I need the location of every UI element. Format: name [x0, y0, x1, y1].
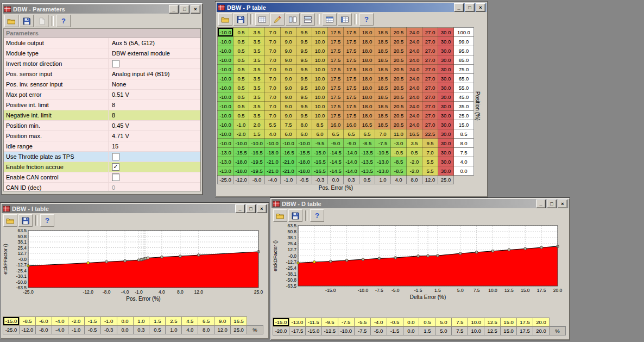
p-table-cell[interactable]: 17.5 [344, 92, 359, 102]
save-button[interactable] [20, 15, 34, 27]
p-table-cell[interactable]: -10.0 [218, 74, 233, 83]
p-table-cell[interactable]: 30.0 [438, 74, 454, 83]
p-table-cell[interactable]: 27.0 [422, 120, 438, 129]
p-table-cell[interactable]: -2.0 [233, 129, 249, 139]
maximize-button[interactable]: □ [547, 200, 557, 208]
p-table-cell[interactable]: 24.0 [407, 65, 422, 74]
p-table-cell[interactable]: 17.5 [328, 83, 344, 92]
p-table-cell[interactable]: 17.5 [328, 28, 344, 37]
p-table-cell[interactable]: 10.0 [312, 83, 328, 92]
p-table-cell[interactable]: -15.0 [312, 148, 328, 157]
p-table-cell[interactable]: 5.5 [422, 166, 438, 176]
p-table-cell[interactable]: -13.5 [359, 157, 375, 166]
p-table-cell[interactable]: 18.5 [375, 111, 391, 120]
table-value-cell[interactable]: 5.0 [435, 318, 452, 327]
p-table-cell[interactable]: -16.5 [281, 148, 296, 157]
p-table-cell[interactable]: 20.5 [391, 37, 407, 46]
p-table-cell[interactable]: 2.0 [249, 120, 265, 129]
p-table-cell[interactable]: -13.5 [359, 166, 375, 176]
p-table-cell[interactable]: 3.5 [249, 92, 265, 102]
p-table-cell[interactable]: 9.5 [296, 37, 312, 46]
p-table-cell[interactable]: 30.0 [438, 166, 454, 176]
parameter-value[interactable]: None [109, 79, 200, 89]
p-table-cell[interactable]: 30.0 [438, 129, 454, 139]
p-table-cell[interactable]: -16.5 [312, 157, 328, 166]
p-table-cell[interactable]: 10.0 [312, 46, 328, 55]
parameter-checkbox[interactable]: ✓ [112, 163, 119, 171]
p-table-cell[interactable]: -10.0 [218, 46, 233, 55]
p-table-cell[interactable]: 20.5 [391, 111, 407, 120]
table-value-cell[interactable]: -0.5 [387, 318, 403, 327]
p-table-cell[interactable]: 27.0 [422, 28, 438, 37]
p-table-cell[interactable]: 9.0 [281, 83, 296, 92]
p-table-cell[interactable]: 30.0 [438, 37, 454, 46]
p-table-cell[interactable]: -7.5 [375, 139, 391, 148]
p-table-cell[interactable]: 3.5 [249, 83, 265, 92]
p-table-cell[interactable]: 0.5 [233, 28, 249, 37]
p-table-cell[interactable]: 17.5 [328, 65, 344, 74]
titlebar-p-table[interactable]: DBW - P table _ □ × [217, 3, 487, 12]
table-value-cell[interactable]: 6.5 [198, 317, 214, 326]
parameter-checkbox[interactable] [112, 60, 119, 67]
table-value-cell[interactable]: -4.0 [52, 317, 68, 326]
p-table-cell[interactable]: 20.5 [391, 55, 407, 65]
p-table-cell[interactable]: 27.0 [422, 55, 438, 65]
chart-point[interactable] [329, 260, 332, 263]
p-table-cell[interactable]: 24.0 [407, 83, 422, 92]
p-table-cell[interactable]: 24.0 [407, 74, 422, 83]
table-value-cell[interactable]: 2.5 [166, 317, 182, 326]
p-table-cell[interactable]: 9.0 [281, 37, 296, 46]
p-table-cell[interactable]: 17.5 [328, 92, 344, 102]
parameter-value[interactable]: 4.71 V [109, 131, 200, 141]
p-table-cell[interactable]: 30.0 [438, 65, 454, 74]
p-table-cell[interactable]: 30.0 [438, 102, 454, 111]
parameter-value[interactable]: ✓ [109, 162, 200, 172]
p-table-cell[interactable]: 7.0 [265, 74, 281, 83]
p-table-cell[interactable]: 8.0 [296, 120, 312, 129]
open-button[interactable] [273, 209, 287, 222]
p-table-cell[interactable]: -14.0 [344, 157, 359, 166]
p-table-cell[interactable]: -2.0 [407, 157, 422, 166]
p-table-cell[interactable]: 27.0 [422, 74, 438, 83]
parameter-value[interactable] [109, 172, 200, 182]
p-table-cell[interactable]: -14.0 [344, 166, 359, 176]
p-table-cell[interactable]: 27.0 [422, 65, 438, 74]
p-table-cell[interactable]: -9.0 [344, 139, 359, 148]
chart-point[interactable] [491, 250, 494, 252]
p-table-cell[interactable]: 3.5 [249, 65, 265, 74]
p-table-cell[interactable]: 7.0 [422, 148, 438, 157]
p-table-cell[interactable]: 7.0 [375, 129, 391, 139]
p-table-cell[interactable]: 0.5 [233, 46, 249, 55]
p-table-cell[interactable]: -10.0 [281, 139, 296, 148]
p-table-cell[interactable]: -16.5 [249, 148, 265, 157]
p-table-cell[interactable]: -13.5 [359, 148, 375, 157]
p-table-cell[interactable]: 10.0 [312, 28, 328, 37]
p-table-cell[interactable]: 6.0 [281, 129, 296, 139]
p-table-cell[interactable]: 16.0 [344, 120, 359, 129]
p-table-cell[interactable]: 3.5 [249, 55, 265, 65]
p-table-cell[interactable]: -8.5 [391, 166, 407, 176]
p-table-cell[interactable]: -13.0 [218, 148, 233, 157]
p-table-cell[interactable]: -8.5 [359, 139, 375, 148]
p-table-cell[interactable]: 7.0 [265, 92, 281, 102]
p-table-cell[interactable]: -10.0 [265, 139, 281, 148]
p-table-cell[interactable]: 7.0 [265, 46, 281, 55]
p-table-cell[interactable]: -14.5 [328, 157, 344, 166]
p-table-cell[interactable]: -10.0 [218, 28, 233, 37]
save-button[interactable] [288, 209, 302, 222]
chart-point[interactable] [427, 254, 430, 257]
p-table-cell[interactable]: 9.5 [296, 65, 312, 74]
chart-point[interactable] [540, 246, 543, 249]
p-table-cell[interactable]: 7.5 [281, 120, 296, 129]
p-table-cell[interactable]: -10.0 [296, 139, 312, 148]
p-table-cell[interactable]: -16.5 [312, 166, 328, 176]
p-table-cell[interactable]: 17.5 [328, 111, 344, 120]
p-table-cell[interactable]: -10.0 [218, 37, 233, 46]
p-table-cell[interactable]: 24.0 [407, 28, 422, 37]
p-table-cell[interactable]: 24.0 [407, 92, 422, 102]
p-table-cell[interactable]: -10.0 [218, 55, 233, 65]
table-value-cell[interactable]: 1.0 [133, 317, 149, 326]
chart-point[interactable] [197, 254, 200, 257]
p-table-cell[interactable]: -3.0 [391, 139, 407, 148]
p-table-cell[interactable]: 20.5 [391, 65, 407, 74]
